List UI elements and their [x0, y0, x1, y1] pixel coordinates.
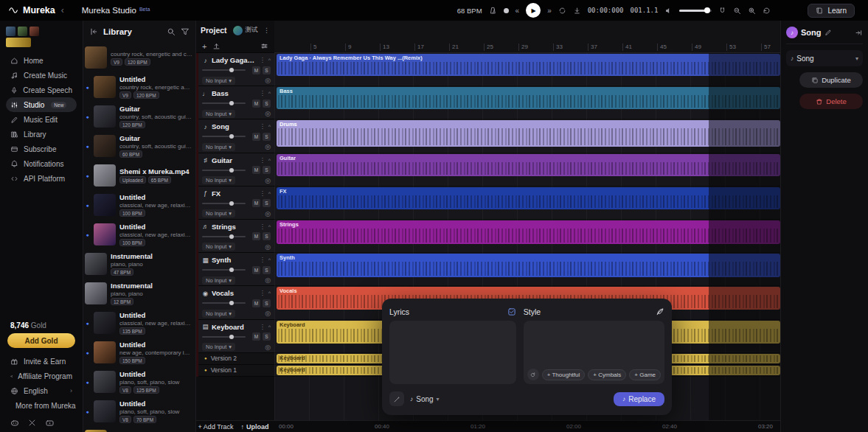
collapse-right-icon[interactable] — [855, 29, 863, 37]
recent-thumbnail[interactable] — [6, 27, 15, 36]
sidebar-item-subscribe[interactable]: Subscribe — [6, 142, 77, 156]
input-selector[interactable]: No Input▾ — [202, 243, 235, 251]
style-tag-button[interactable]: + Thoughtful — [542, 369, 586, 380]
sidebar-item-create-music[interactable]: Create Music — [6, 68, 77, 83]
input-selector[interactable]: No Input▾ — [202, 110, 235, 118]
track-volume-fader[interactable] — [202, 302, 246, 304]
audio-clip[interactable]: Bass — [277, 87, 780, 109]
mute-button[interactable]: M — [252, 299, 260, 307]
track-header[interactable]: ▤ Keyboard ⋮ ^ M S No Input▾ ◎ — [198, 320, 274, 353]
volume-slider[interactable] — [679, 10, 712, 12]
track-volume-fader[interactable] — [202, 203, 246, 204]
lyrics-input[interactable] — [389, 321, 516, 384]
solo-button[interactable]: S — [263, 166, 271, 174]
track-volume-fader[interactable] — [202, 102, 246, 104]
search-icon[interactable] — [167, 27, 176, 36]
fader-knob[interactable] — [229, 335, 234, 339]
input-selector[interactable]: No Input▾ — [202, 276, 235, 285]
audio-clip[interactable]: Synth — [277, 254, 780, 277]
fader-knob[interactable] — [229, 101, 234, 105]
level-meter-icon[interactable]: ◎ — [265, 310, 271, 317]
magnet-icon[interactable] — [718, 7, 726, 15]
library-item[interactable]: "Golden" Official Lyric Video | ... — [83, 426, 195, 432]
magic-wand-button[interactable] — [389, 391, 404, 406]
project-menu-icon[interactable]: ⋮ — [263, 27, 270, 34]
track-header[interactable]: ◉ Vocals ⋮ ^ M S No Input▾ ◎ — [198, 286, 274, 319]
input-selector[interactable]: No Input▾ — [202, 209, 235, 217]
mixer-icon[interactable] — [260, 42, 268, 50]
track-menu-icon[interactable]: ⋮ — [260, 257, 265, 263]
track-collapse-icon[interactable]: ^ — [268, 290, 271, 296]
input-selector[interactable]: No Input▾ — [202, 143, 235, 151]
recent-thumbnail[interactable] — [29, 27, 39, 36]
fader-knob[interactable] — [229, 134, 234, 139]
add-gold-button[interactable]: Add Gold — [7, 333, 75, 348]
zoom-in-icon[interactable] — [748, 7, 756, 15]
library-item[interactable]: ● Untitled country rock, energetic and c… — [83, 72, 195, 102]
track-collapse-icon[interactable]: ^ — [268, 324, 271, 330]
library-item[interactable]: ● Untitled classical, new age, relaxing,… — [83, 190, 195, 220]
sidebar-item-api-platform[interactable]: API Platform — [6, 171, 77, 186]
style-tag-button[interactable]: + Game — [629, 369, 661, 380]
fader-knob[interactable] — [229, 268, 234, 272]
bar-ruler[interactable]: 5 9 13 17 21 25 29 33 37 41 — [274, 21, 780, 53]
library-item[interactable]: ● Untitled new age, contemporary instrum… — [83, 338, 195, 367]
sidebar-item-home[interactable]: Home — [6, 53, 77, 68]
timeline-lane[interactable]: Bass — [274, 86, 780, 119]
recent-thumbnail-wide[interactable] — [6, 38, 31, 47]
level-meter-icon[interactable]: ◎ — [265, 243, 271, 251]
sidebar-collapse-icon[interactable]: ‹ — [61, 5, 64, 15]
track-header[interactable]: ♬ Strings ⋮ ^ M S No Input▾ ◎ — [198, 220, 274, 253]
zoom-out-icon[interactable] — [733, 7, 741, 15]
input-selector[interactable]: No Input▾ — [202, 343, 235, 351]
track-menu-icon[interactable]: ⋮ — [260, 157, 265, 164]
fader-knob[interactable] — [229, 301, 234, 305]
track-collapse-icon[interactable]: ^ — [268, 257, 271, 262]
level-meter-icon[interactable]: ◎ — [265, 210, 271, 217]
track-volume-fader[interactable] — [202, 269, 246, 271]
track-header[interactable]: ♩ Bass ⋮ ^ M S No Input▾ ◎ — [198, 86, 274, 119]
track-menu-icon[interactable]: ⋮ — [260, 290, 265, 296]
add-icon[interactable]: + — [202, 42, 206, 51]
rewind-button[interactable]: « — [515, 7, 520, 15]
upload-icon[interactable] — [212, 42, 221, 50]
mureka-logo[interactable]: Mureka — [9, 5, 55, 15]
solo-button[interactable]: S — [263, 332, 271, 341]
library-item[interactable]: ● Untitled classical, new age, relaxing,… — [83, 308, 195, 338]
filter-icon[interactable] — [181, 27, 190, 36]
track-collapse-icon[interactable]: ^ — [268, 124, 271, 129]
play-button[interactable]: ▶ — [526, 3, 541, 18]
volume-icon[interactable] — [664, 7, 673, 15]
track-menu-icon[interactable]: ⋮ — [260, 223, 265, 230]
track-volume-fader[interactable] — [202, 69, 246, 71]
song-type-selector[interactable]: ♪ Song ▾ — [410, 395, 440, 403]
feather-icon[interactable] — [656, 307, 664, 316]
recent-thumbnail[interactable] — [18, 27, 27, 36]
track-menu-icon[interactable]: ⋮ — [260, 324, 265, 330]
project-avatar[interactable] — [233, 26, 243, 35]
version-row[interactable]: ● Version 2 — [198, 353, 274, 365]
track-collapse-icon[interactable]: ^ — [268, 58, 271, 63]
audio-clip[interactable]: Strings — [277, 220, 780, 244]
forward-button[interactable]: » — [547, 7, 552, 15]
delete-button[interactable]: Delete — [799, 94, 863, 109]
metronome-icon[interactable] — [489, 7, 497, 15]
level-meter-icon[interactable]: ◎ — [265, 110, 271, 117]
level-meter-icon[interactable]: ◎ — [265, 276, 271, 284]
solo-button[interactable]: S — [263, 100, 271, 108]
library-item[interactable]: ● Shemi x Mureka.mp4 Uploaded 65 BPM — [83, 161, 195, 190]
refresh-tags-button[interactable] — [527, 369, 539, 380]
loop-icon[interactable] — [558, 7, 566, 15]
track-menu-icon[interactable]: ⋮ — [260, 123, 265, 130]
track-volume-fader[interactable] — [202, 136, 246, 137]
track-header[interactable]: ♪ Lady Gaga - Always ⋮ ^ M S No Input▾ — [198, 53, 274, 86]
solo-button[interactable]: S — [263, 266, 271, 274]
library-item[interactable]: ● Guitar country, soft, acoustic guitar,… — [83, 102, 195, 131]
sidebar-item-invite-earn[interactable]: Invite & Earn — [6, 354, 77, 369]
mute-button[interactable]: M — [252, 332, 260, 341]
track-menu-icon[interactable]: ⋮ — [260, 90, 265, 97]
punch-in-icon[interactable] — [573, 7, 581, 15]
track-header[interactable]: ♪ Song ⋮ ^ M S No Input▾ ◎ — [198, 119, 274, 153]
volume-knob[interactable] — [704, 7, 710, 13]
timeline-lane[interactable]: Lady Gaga · Always Remember Us This Way … — [274, 53, 780, 86]
